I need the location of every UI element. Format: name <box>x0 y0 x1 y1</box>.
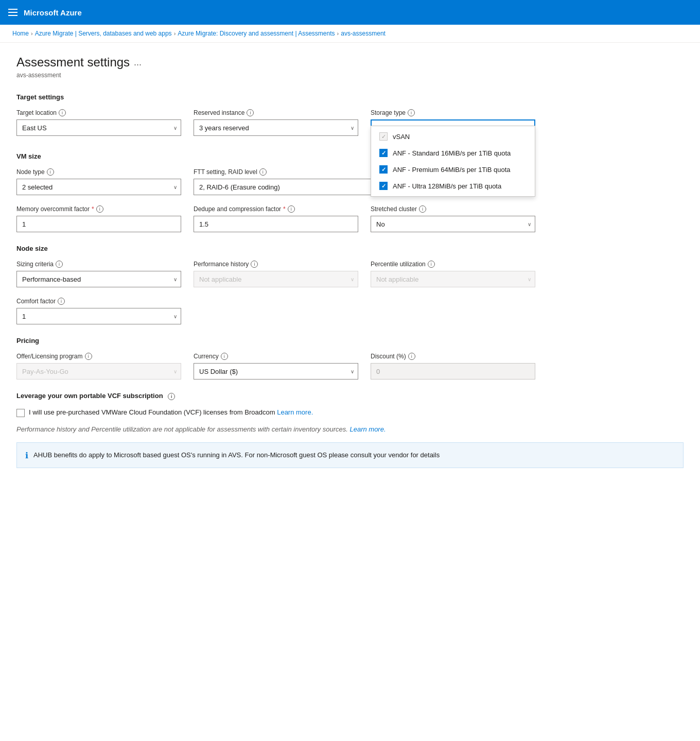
footer-learn-more-link[interactable]: Learn more. <box>349 425 386 433</box>
anf-premium-checkbox[interactable] <box>379 165 388 174</box>
anf-ultra-label: ANF - Ultra 128MiB/s per 1TiB quota <box>393 182 501 190</box>
stretched-cluster-group: Stretched cluster i No ∨ <box>371 205 535 232</box>
offer-licensing-group: Offer/Licensing program i Pay-As-You-Go … <box>16 353 181 380</box>
storage-option-anf-premium[interactable]: ANF - Premium 64MiB/s per 1TiB quota <box>371 161 535 178</box>
stretched-cluster-select[interactable]: No <box>371 216 535 232</box>
storage-type-group: Storage type i 4 selected ∨ vSAN <box>371 109 535 136</box>
target-location-label: Target location i <box>16 109 181 116</box>
sizing-criteria-info-icon[interactable]: i <box>56 261 63 268</box>
breadcrumb-azure-migrate[interactable]: Azure Migrate | Servers, databases and w… <box>35 30 172 37</box>
vm-size-row-2: Memory overcommit factor * i 1 Dedupe an… <box>16 205 684 232</box>
pricing-row: Offer/Licensing program i Pay-As-You-Go … <box>16 353 684 380</box>
dedupe-compression-group: Dedupe and compression factor * i 1.5 <box>194 205 358 232</box>
vcf-checkbox[interactable] <box>16 409 25 417</box>
offer-licensing-info-icon[interactable]: i <box>85 353 92 360</box>
memory-overcommit-info-icon[interactable]: i <box>96 205 103 213</box>
breadcrumb-sep-3: › <box>337 30 339 37</box>
page-options-button[interactable]: ... <box>134 57 142 68</box>
target-location-group: Target location i East US ∨ <box>16 109 181 136</box>
performance-history-info-icon[interactable]: i <box>251 261 258 268</box>
percentile-utilization-select-wrapper: Not applicable ∨ <box>371 271 535 287</box>
breadcrumb-home[interactable]: Home <box>12 30 29 37</box>
breadcrumb-discovery[interactable]: Azure Migrate: Discovery and assessment … <box>178 30 335 37</box>
storage-option-vsan[interactable]: vSAN <box>371 128 535 145</box>
node-size-section: Node size <box>16 245 684 252</box>
node-type-select-wrapper: 2 selected ∨ <box>16 179 181 195</box>
pricing-section: Pricing <box>16 337 684 344</box>
storage-type-info-icon[interactable]: i <box>408 109 415 116</box>
target-settings-section: Target settings <box>16 93 684 101</box>
ftt-setting-select[interactable]: 2, RAID-6 (Erasure coding) <box>194 179 399 195</box>
page-subtitle: avs-assessment <box>16 72 684 79</box>
reserved-instance-select-wrapper: 3 years reserved ∨ <box>194 119 358 136</box>
memory-overcommit-label: Memory overcommit factor * i <box>16 205 181 213</box>
breadcrumb-sep-1: › <box>31 30 33 37</box>
ftt-setting-label: FTT setting, RAID level i <box>194 168 399 176</box>
info-box-icon: ℹ <box>25 451 28 460</box>
vcf-checkbox-row: I will use pre-purchased VMWare Cloud Fo… <box>16 408 684 417</box>
stretched-cluster-info-icon[interactable]: i <box>419 205 426 213</box>
storage-option-anf-standard[interactable]: ANF - Standard 16MiB/s per 1TiB quota <box>371 145 535 161</box>
percentile-utilization-group: Percentile utilization i Not applicable … <box>371 261 535 287</box>
currency-select-wrapper: US Dollar ($) ∨ <box>194 363 358 380</box>
breadcrumb-avs-assessment[interactable]: avs-assessment <box>341 30 386 37</box>
hamburger-menu[interactable] <box>8 9 18 16</box>
memory-overcommit-required: * <box>92 205 94 213</box>
percentile-utilization-info-icon[interactable]: i <box>428 261 435 268</box>
dedupe-compression-info-icon[interactable]: i <box>288 205 295 213</box>
footer-note: Performance history and Percentile utili… <box>16 424 684 435</box>
anf-standard-checkbox[interactable] <box>379 149 388 157</box>
currency-info-icon[interactable]: i <box>221 353 228 360</box>
node-type-group: Node type i 2 selected ∨ <box>16 168 181 195</box>
sizing-criteria-select[interactable]: Performance-based <box>16 271 181 287</box>
performance-history-group: Performance history i Not applicable ∨ <box>194 261 358 287</box>
currency-select[interactable]: US Dollar ($) <box>194 363 358 380</box>
topbar: Microsoft Azure <box>0 0 700 25</box>
discount-label: Discount (%) i <box>371 353 535 360</box>
vsan-label: vSAN <box>393 133 410 141</box>
performance-history-label: Performance history i <box>194 261 358 268</box>
discount-info-icon[interactable]: i <box>408 353 415 360</box>
ftt-setting-group: FTT setting, RAID level i 2, RAID-6 (Era… <box>194 168 399 195</box>
reserved-instance-select[interactable]: 3 years reserved <box>194 119 358 136</box>
sizing-criteria-group: Sizing criteria i Performance-based ∨ <box>16 261 181 287</box>
storage-option-anf-ultra[interactable]: ANF - Ultra 128MiB/s per 1TiB quota <box>371 178 535 194</box>
dedupe-compression-required: * <box>283 205 286 213</box>
sizing-criteria-select-wrapper: Performance-based ∨ <box>16 271 181 287</box>
memory-overcommit-input[interactable]: 1 <box>16 216 181 232</box>
page-title: Assessment settings <box>16 55 130 70</box>
vsan-checkbox[interactable] <box>379 132 388 141</box>
offer-licensing-label: Offer/Licensing program i <box>16 353 181 360</box>
vcf-learn-more-link[interactable]: Learn more. <box>277 408 313 416</box>
stretched-cluster-select-wrapper: No ∨ <box>371 216 535 232</box>
comfort-factor-select[interactable]: 1 <box>16 308 181 324</box>
vm-size-section: VM size <box>16 152 684 160</box>
node-type-label: Node type i <box>16 168 181 176</box>
reserved-instance-info-icon[interactable]: i <box>247 109 254 116</box>
ftt-setting-info-icon[interactable]: i <box>259 168 267 176</box>
node-type-info-icon[interactable]: i <box>47 168 54 176</box>
target-location-info-icon[interactable]: i <box>59 109 66 116</box>
anf-ultra-checkbox[interactable] <box>379 182 388 190</box>
comfort-factor-info-icon[interactable]: i <box>58 298 65 305</box>
storage-type-dropdown[interactable]: vSAN ANF - Standard 16MiB/s per 1TiB quo… <box>371 126 535 197</box>
node-type-select[interactable]: 2 selected <box>16 179 181 195</box>
vcf-info-icon[interactable]: i <box>168 393 175 400</box>
node-size-row-1: Sizing criteria i Performance-based ∨ Pe… <box>16 261 684 287</box>
footer-note-text: Performance history and Percentile utili… <box>16 425 348 433</box>
percentile-utilization-label: Percentile utilization i <box>371 261 535 268</box>
page-header: Assessment settings ... <box>16 55 684 70</box>
comfort-factor-select-wrapper: 1 ∨ <box>16 308 181 324</box>
ftt-setting-select-wrapper: 2, RAID-6 (Erasure coding) ∨ <box>194 179 399 195</box>
anf-standard-label: ANF - Standard 16MiB/s per 1TiB quota <box>393 149 511 157</box>
currency-label: Currency i <box>194 353 358 360</box>
reserved-instance-group: Reserved instance i 3 years reserved ∨ <box>194 109 358 136</box>
info-box-text: AHUB benefits do apply to Microsoft base… <box>33 450 440 460</box>
dedupe-compression-input[interactable]: 1.5 <box>194 216 358 232</box>
target-location-select[interactable]: East US <box>16 119 181 136</box>
breadcrumb: Home › Azure Migrate | Servers, database… <box>0 25 700 43</box>
node-size-row-2: Comfort factor i 1 ∨ <box>16 298 684 324</box>
currency-group: Currency i US Dollar ($) ∨ <box>194 353 358 380</box>
vcf-checkbox-label: I will use pre-purchased VMWare Cloud Fo… <box>29 408 313 416</box>
app-title: Microsoft Azure <box>24 8 82 17</box>
